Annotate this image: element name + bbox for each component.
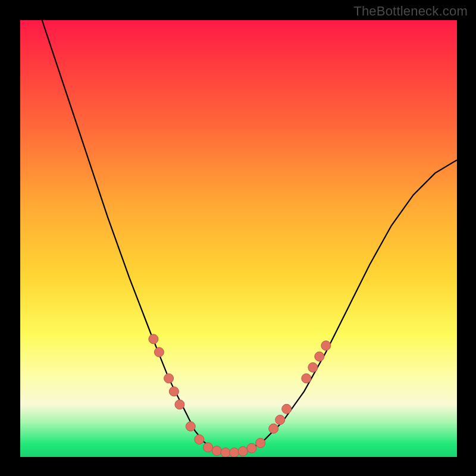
- curve-marker: [164, 374, 174, 383]
- curve-marker: [149, 334, 158, 344]
- curve-marker: [256, 439, 265, 448]
- curve-marker: [175, 400, 184, 409]
- curve-marker: [302, 374, 311, 383]
- curve-marker: [238, 447, 248, 456]
- curve-marker: [230, 448, 239, 457]
- curve-marker: [247, 443, 256, 453]
- curve-markers: [149, 334, 331, 457]
- bottleneck-curve-svg: [20, 20, 457, 457]
- curve-marker: [154, 347, 164, 357]
- curve-marker: [221, 448, 230, 457]
- curve-marker: [321, 341, 331, 350]
- curve-marker: [169, 387, 178, 396]
- curve-marker: [308, 363, 318, 372]
- curve-marker: [186, 422, 195, 431]
- bottleneck-curve-path: [42, 20, 457, 453]
- plot-area: [20, 20, 457, 457]
- curve-marker: [269, 424, 278, 433]
- curve-marker: [315, 352, 324, 361]
- curve-marker: [275, 415, 285, 425]
- curve-marker: [212, 446, 221, 456]
- watermark-text: TheBottleneck.com: [353, 4, 468, 19]
- curve-marker: [282, 404, 292, 414]
- curve-marker: [203, 443, 213, 452]
- chart-frame: TheBottleneck.com: [0, 0, 476, 476]
- curve-marker: [195, 435, 204, 444]
